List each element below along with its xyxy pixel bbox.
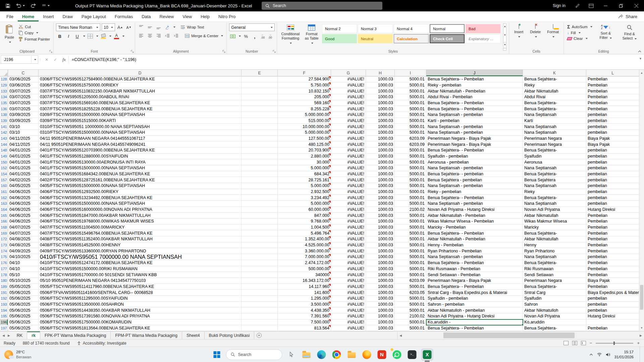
cell-J144[interactable]: Penerimaan Negara - Biaya Pajak bbox=[426, 141, 523, 147]
horizontal-scrollbar[interactable]: ◀ ▶ bbox=[397, 331, 644, 339]
cell-E149[interactable] bbox=[241, 154, 278, 160]
cancel-icon[interactable]: ✕ bbox=[42, 55, 51, 64]
collapse-ribbon-icon[interactable] bbox=[638, 50, 641, 53]
cell-J157[interactable]: Benua Sejahtera - pembelian bbox=[426, 177, 523, 183]
row-header-165[interactable]: 165 bbox=[0, 213, 8, 219]
cell-I196[interactable]: 5000.01 bbox=[395, 319, 426, 325]
cell-G154[interactable]: #VALUE! bbox=[331, 171, 366, 177]
cell-K166[interactable]: Wikas Makmur Wisesa bbox=[523, 219, 586, 225]
delete-cells-button[interactable]: × Delete bbox=[528, 23, 543, 49]
cell-D142[interactable]: 0310/FTSCY/WS950515000000.00NANA SEPTIAN… bbox=[39, 130, 241, 136]
clipboard-dialog-launcher[interactable] bbox=[49, 50, 52, 53]
volume-icon[interactable] bbox=[606, 353, 610, 357]
cell-L180[interactable]: Biaya Pajak bbox=[586, 278, 639, 284]
cell-K174[interactable]: Ryan Prihartono bbox=[523, 248, 586, 254]
cell-F168[interactable]: 1.004.500 bbox=[278, 225, 331, 231]
cell-E142[interactable] bbox=[241, 130, 278, 136]
cell-H160[interactable]: 1000.03 bbox=[366, 183, 395, 189]
orientation-icon[interactable] bbox=[164, 23, 171, 31]
cell-E160[interactable] bbox=[241, 183, 278, 189]
cell-L177[interactable]: Pembelian bbox=[586, 266, 639, 272]
cell-H138[interactable]: 1000.03 bbox=[366, 112, 395, 118]
cell-L142[interactable]: pembelian bbox=[586, 130, 639, 136]
whatsapp-icon[interactable] bbox=[391, 349, 403, 361]
cell-L173[interactable]: Pembelian bbox=[586, 242, 639, 248]
cell-K192[interactable]: Syaifudin bbox=[523, 296, 586, 302]
row-header-142[interactable]: 142 bbox=[0, 130, 8, 136]
insert-function-icon[interactable]: fx bbox=[60, 55, 68, 64]
cell-C166[interactable]: 04/06/2025 bbox=[8, 219, 39, 225]
ribbon-tab-nitro-pro[interactable]: Nitro Pro bbox=[214, 11, 240, 21]
cell-G172[interactable]: #VALUE! bbox=[331, 236, 366, 242]
network-icon[interactable] bbox=[597, 353, 602, 356]
cell-H141[interactable]: 1000.03 bbox=[366, 124, 395, 130]
cell-L162[interactable]: pembelian bbox=[586, 195, 639, 201]
cell-J197[interactable]: Benua Sejahtera- - Pembelian bbox=[426, 325, 523, 331]
row-header-195[interactable]: 195 bbox=[0, 313, 8, 319]
cell-J160[interactable]: Nana Septiansah - pembelian bbox=[426, 183, 523, 189]
cell-K163[interactable]: Nana Septiansah bbox=[523, 201, 586, 207]
copy-button[interactable]: Copy bbox=[17, 30, 51, 36]
row-header-189[interactable]: 189 bbox=[0, 284, 8, 290]
cell-D150[interactable]: 0401/FTSCY/WS9505130000.00AERONUSA INTI … bbox=[39, 159, 241, 165]
cell-G150[interactable]: #VALUE! bbox=[331, 159, 366, 165]
cell-D163[interactable]: 0406/FTSCY/WS950515000000.00NANA SEPTIAN… bbox=[39, 201, 241, 207]
cell-H144[interactable]: 1000.03 bbox=[366, 141, 395, 147]
cell-K193[interactable]: Sahron bbox=[523, 302, 586, 308]
cell-C175[interactable]: 04/10/2025 bbox=[8, 254, 39, 260]
cell-F136[interactable]: 8.255.228 bbox=[278, 106, 331, 112]
cell-C197[interactable]: 05/06/2025 bbox=[8, 325, 39, 331]
cell-C173[interactable]: 04/08/2025 bbox=[8, 242, 39, 248]
cell-F142[interactable]: 5.000.000.00 bbox=[278, 130, 331, 136]
cell-I180[interactable]: 6203.09 bbox=[395, 278, 426, 284]
comma-style-icon[interactable]: , bbox=[251, 33, 258, 40]
cell-D152[interactable]: 0401/FTSCY/WS950515000000.00NANA SEPTIAN… bbox=[39, 165, 241, 171]
increase-indent-icon[interactable] bbox=[172, 32, 180, 40]
cell-G177[interactable]: #VALUE! bbox=[331, 266, 366, 272]
cell-D136[interactable]: 0307/FTSCY/WS950518255228.00BENUA SEJAHT… bbox=[39, 106, 241, 112]
cell-style-neutral[interactable]: Neutral bbox=[358, 34, 393, 43]
cell-D160[interactable]: 0405/FTSCY/WS950515000000.00NANA SEPTIAN… bbox=[39, 183, 241, 189]
cell-H161[interactable]: 1000.03 bbox=[366, 189, 395, 195]
cell-D172[interactable]: 0408/FTSCY/WS950511352400.00AKBAR NIKMAT… bbox=[39, 236, 241, 242]
sheet-tab-fpm-pt-warna-media-packaging[interactable]: FPM-PT Warna Media Packaging bbox=[111, 331, 182, 339]
cell-D148[interactable]: 0401/FTSCY/WS9505120703900.00BENUA SEJAH… bbox=[39, 147, 241, 154]
cell-L195[interactable]: Hutang Direksi bbox=[586, 313, 639, 319]
decrease-decimal-icon[interactable]: →.00 bbox=[267, 33, 273, 40]
row-header-166[interactable]: 166 bbox=[0, 219, 8, 225]
pen-icon[interactable] bbox=[571, 0, 584, 11]
cell-K189[interactable]: Benua Sejahtera- bbox=[523, 284, 586, 290]
cell-E139[interactable] bbox=[241, 118, 278, 124]
cell-H143[interactable]: 1000.03 bbox=[366, 136, 395, 142]
cell-E176[interactable] bbox=[241, 260, 278, 266]
cell-E152[interactable] bbox=[241, 165, 278, 171]
cell-G192[interactable]: #VALUE! bbox=[331, 296, 366, 302]
cell-L160[interactable]: pembelian bbox=[586, 183, 639, 189]
cell-J195[interactable]: Novan Adi Priyatna - Hutang Direksi bbox=[426, 313, 523, 319]
cell-style-check-cell[interactable]: Check Cell bbox=[430, 34, 465, 43]
cell-L148[interactable]: pembelian bbox=[586, 147, 639, 154]
weather-widget[interactable]: 28°CBerawan bbox=[0, 350, 36, 359]
cell-K150[interactable]: Aeronusa bbox=[523, 159, 586, 165]
cell-H135[interactable]: 1000.03 bbox=[366, 100, 395, 106]
cell-I162[interactable]: 5000.01 bbox=[395, 195, 426, 201]
cut-button[interactable]: Cut bbox=[17, 24, 51, 29]
cell-G180[interactable]: #VALUE! bbox=[331, 278, 366, 284]
cell-J193[interactable]: Sahron - pembelian bbox=[426, 302, 523, 308]
accounting-format-icon[interactable] bbox=[229, 33, 236, 40]
ribbon-tab-draw[interactable]: Draw bbox=[58, 11, 77, 21]
cell-I194[interactable]: 5000.01 bbox=[395, 307, 426, 313]
cell-E169[interactable] bbox=[241, 230, 278, 236]
cell-H166[interactable]: 1000.03 bbox=[366, 219, 395, 225]
cell-H148[interactable]: 1000.03 bbox=[366, 147, 395, 154]
cell-E196[interactable] bbox=[241, 319, 278, 325]
cell-E166[interactable] bbox=[241, 219, 278, 225]
gallery-down-icon[interactable]: ▼ bbox=[503, 34, 506, 37]
row-header-197[interactable]: 197 bbox=[0, 325, 8, 331]
cell-H197[interactable]: 1000.03 bbox=[366, 325, 395, 331]
cell-C157[interactable]: 04/02/2025 bbox=[8, 177, 39, 183]
vertical-scroll-track[interactable] bbox=[639, 76, 644, 325]
cell-E144[interactable] bbox=[241, 141, 278, 147]
cell-H136[interactable]: 1000.03 bbox=[366, 106, 395, 112]
cell-H164[interactable]: 1000.03 bbox=[366, 207, 395, 213]
